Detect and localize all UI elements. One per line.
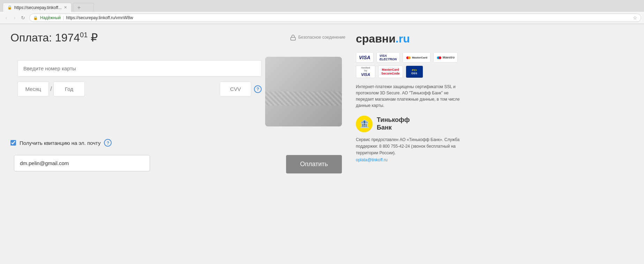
- url-text: https://securepay.tinkoff.ru/vmnW8w: [66, 15, 133, 20]
- bookmark-icon[interactable]: ☆: [633, 15, 637, 21]
- secure-text: Безопасное соединение: [298, 35, 345, 40]
- address-bar: ‹ › ↻ 🔒 Надёжный | https://securepay.tin…: [0, 12, 644, 24]
- refresh-button[interactable]: ↻: [20, 14, 27, 21]
- right-bottom: Оплатить: [286, 155, 342, 173]
- tinkoff-section: 🏦 Тинькофф Банк: [356, 116, 460, 132]
- pci-dss-badge: PCI DSS: [406, 65, 423, 78]
- security-text: Интернет-платежи защищены сертификатом S…: [356, 84, 460, 109]
- brand-ru: .ru: [396, 32, 410, 45]
- secure-badge: Безопасное соединение: [290, 34, 345, 41]
- cvv-help-icon[interactable]: ?: [254, 85, 262, 93]
- payment-area: Оплата: 197401 ₽ Безопасное соединение: [7, 31, 349, 261]
- tab-close-button[interactable]: ✕: [64, 5, 67, 10]
- cvv-container: ?: [220, 81, 262, 96]
- receipt-section: Получить квитанцию на эл. почту ? Оплати…: [7, 133, 349, 183]
- nav-buttons: ‹ › ↻: [3, 14, 27, 21]
- card-number-input[interactable]: [17, 60, 262, 77]
- receipt-help-icon[interactable]: ?: [104, 139, 112, 147]
- card-inputs: / ?: [14, 57, 265, 126]
- visa-badge: VISA: [356, 52, 374, 63]
- payment-icons: VISA VISAELECTRON ●● MasterCard ●● Maest…: [356, 52, 460, 78]
- tinkoff-name: Тинькофф Банк: [377, 116, 410, 131]
- tinkoff-logo: 🏦: [356, 116, 373, 132]
- payment-title: Оплата: 197401 ₽: [10, 31, 98, 44]
- receipt-row: Получить квитанцию на эл. почту ?: [10, 139, 345, 147]
- card-visual: [265, 57, 342, 126]
- amount-decimal: 01: [80, 31, 88, 39]
- brand-sravni: сравни: [356, 32, 396, 45]
- mastercard-secure-badge: MasterCard SecureCode: [378, 65, 403, 78]
- title-prefix: Оплата:: [10, 31, 52, 44]
- receipt-label: Получить квитанцию на эл. почту: [20, 140, 100, 146]
- form-bottom-row: Оплатить: [10, 152, 345, 177]
- amount-whole: 1974: [55, 31, 80, 44]
- secure-icon: [290, 34, 296, 41]
- forward-button[interactable]: ›: [11, 14, 18, 21]
- expiry-cvv-row: / ?: [17, 81, 262, 96]
- visa-electron-badge: VISAELECTRON: [376, 52, 400, 63]
- tinkoff-email-link[interactable]: oplata@tinkoff.ru: [356, 157, 388, 162]
- brand-logo: сравни.ru: [356, 32, 460, 45]
- expiry-inputs: /: [17, 81, 85, 96]
- back-button[interactable]: ‹: [3, 14, 10, 21]
- verified-visa-badge: Verified by VISA: [356, 65, 375, 78]
- lock-icon: 🔒: [33, 16, 38, 20]
- right-panel: сравни.ru VISA VISAELECTRON ●● MasterCar…: [356, 31, 460, 261]
- amount: 197401 ₽: [55, 31, 98, 44]
- service-text-content: Сервис предоставлен АО «Тинькофф Банк». …: [356, 137, 459, 155]
- tab-favicon: 🔒: [7, 5, 12, 10]
- page-content: Оплата: 197401 ₽ Безопасное соединение: [0, 24, 644, 264]
- secure-label: Надёжный: [40, 15, 61, 20]
- card-number-row: [17, 60, 262, 77]
- year-input[interactable]: [53, 81, 85, 96]
- active-tab[interactable]: 🔒 https://securepay.tinkoff... ✕: [3, 3, 72, 12]
- currency-symbol: ₽: [91, 31, 98, 44]
- svg-rect-0: [291, 37, 295, 40]
- cvv-input[interactable]: [220, 81, 251, 96]
- month-input[interactable]: [17, 81, 49, 96]
- mastercard-badge: ●● MasterCard: [403, 52, 430, 63]
- card-form-container: / ?: [7, 50, 349, 133]
- email-input[interactable]: [14, 155, 150, 171]
- slash-divider: /: [50, 85, 52, 93]
- card-stripe: [265, 92, 342, 106]
- tab-bar: 🔒 https://securepay.tinkoff... ✕ +: [0, 0, 644, 12]
- service-text: Сервис предоставлен АО «Тинькофф Банк». …: [356, 137, 460, 163]
- receipt-checkbox[interactable]: [10, 140, 16, 146]
- left-bottom: [14, 155, 279, 171]
- new-tab-area[interactable]: +: [73, 3, 94, 12]
- tab-title: https://securepay.tinkoff...: [14, 5, 62, 10]
- payment-header: Оплата: 197401 ₽ Безопасное соединение: [7, 31, 349, 44]
- pay-button[interactable]: Оплатить: [286, 155, 342, 173]
- url-bar[interactable]: 🔒 Надёжный | https://securepay.tinkoff.r…: [29, 14, 641, 22]
- browser-chrome: 🔒 https://securepay.tinkoff... ✕ + ‹ › ↻…: [0, 0, 644, 24]
- maestro-badge: ●● Maestro: [433, 52, 458, 63]
